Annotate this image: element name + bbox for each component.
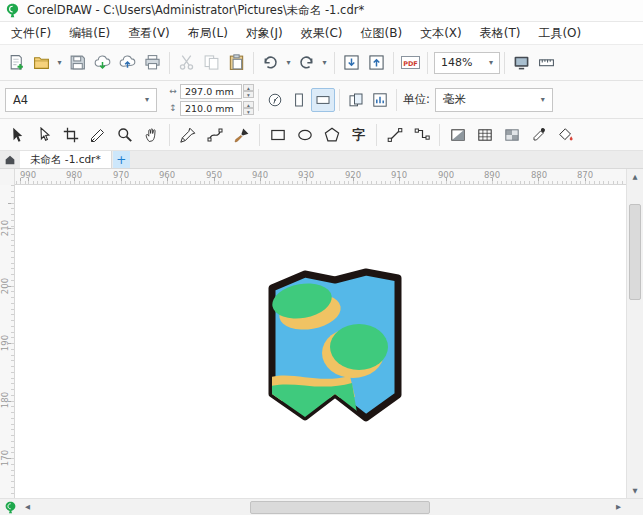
undo-dropdown-button[interactable] (283, 50, 294, 76)
knife-tool[interactable] (84, 122, 111, 148)
units-select[interactable]: 毫米 (435, 88, 553, 112)
interactive-fill-tool[interactable] (444, 122, 471, 148)
scroll-left-button[interactable] (20, 499, 35, 515)
pen-tool[interactable] (174, 122, 201, 148)
paste-button[interactable] (224, 50, 249, 76)
toolbar-separator (334, 52, 335, 74)
menu-file[interactable]: 文件(F) (2, 22, 60, 45)
page-size-value: A4 (13, 93, 28, 107)
color-eyedropper-tool[interactable] (525, 122, 552, 148)
pan-tool[interactable] (138, 122, 165, 148)
vertical-scrollbar[interactable] (626, 169, 643, 498)
cut-button[interactable] (174, 50, 199, 76)
line-icon (387, 127, 403, 143)
scroll-up-button[interactable] (627, 169, 643, 184)
menu-table[interactable]: 表格(T) (471, 22, 530, 45)
scroll-right-button[interactable] (611, 499, 626, 515)
menu-view[interactable]: 查看(V) (119, 22, 179, 45)
publish-to-pdf-button[interactable]: PDF (398, 50, 423, 76)
open-dropdown-button[interactable] (54, 50, 65, 76)
scroll-down-button[interactable] (627, 483, 643, 498)
pages-icon (348, 92, 364, 108)
document-navigator-icon[interactable] (0, 501, 20, 514)
current-page-button[interactable] (368, 88, 392, 112)
ellipse-icon (297, 127, 313, 143)
mesh-grid-icon (477, 127, 493, 143)
horizontal-scroll-thumb[interactable] (250, 501, 430, 514)
print-button[interactable] (140, 50, 165, 76)
horizontal-scrollbar[interactable] (20, 499, 626, 515)
open-from-cloud-button[interactable] (90, 50, 115, 76)
rectangle-tool[interactable] (264, 122, 291, 148)
ruler-number: 200 (0, 276, 12, 296)
pick-tool[interactable] (3, 122, 30, 148)
open-button[interactable] (29, 50, 54, 76)
toolbox-separator (376, 124, 377, 146)
mesh-fill-tool[interactable] (471, 122, 498, 148)
all-pages-button[interactable] (344, 88, 368, 112)
document-tab[interactable]: 未命名 -1.cdr* (20, 151, 112, 168)
toolbar-separator (253, 52, 254, 74)
connector-tool[interactable] (408, 122, 435, 148)
bezier-tool[interactable] (201, 122, 228, 148)
artistic-media-tool[interactable] (228, 122, 255, 148)
ruler-number: 960 (157, 170, 177, 180)
menu-tools[interactable]: 工具(O) (529, 22, 590, 45)
height-decrement-button[interactable] (243, 108, 254, 115)
zoom-level-value: 148% (441, 56, 472, 69)
landscape-page-icon (315, 92, 331, 108)
zoom-tool[interactable] (111, 122, 138, 148)
page-size-select[interactable]: A4 (5, 88, 157, 112)
shape-tool[interactable] (30, 122, 57, 148)
landscape-button[interactable] (311, 88, 335, 112)
import-button[interactable] (339, 50, 364, 76)
horizontal-ruler[interactable]: 990 980 970 960 950 940 930 920 910 900 … (0, 169, 626, 185)
undo-button[interactable] (258, 50, 283, 76)
redo-dropdown-button[interactable] (319, 50, 330, 76)
drawing-canvas[interactable] (15, 185, 626, 498)
page-options-button[interactable] (263, 88, 287, 112)
horizontal-scroll-track[interactable] (35, 499, 611, 515)
text-tool[interactable]: 字 (345, 122, 372, 148)
save-button[interactable] (65, 50, 90, 76)
ruler-minor-ticks (15, 181, 626, 184)
undo-icon (262, 54, 279, 71)
crop-tool[interactable] (57, 122, 84, 148)
page-height-input[interactable]: 210.0 mm (180, 101, 242, 116)
vertical-scroll-thumb[interactable] (629, 204, 641, 300)
polygon-tool[interactable] (318, 122, 345, 148)
map-drawing[interactable] (255, 257, 415, 432)
smart-fill-tool[interactable] (552, 122, 579, 148)
menu-layout[interactable]: 布局(L) (179, 22, 237, 45)
export-button[interactable] (364, 50, 389, 76)
redo-button[interactable] (294, 50, 319, 76)
copy-icon (203, 54, 220, 71)
width-increment-button[interactable] (243, 84, 254, 91)
document-tab-bar: 未命名 -1.cdr* + (0, 151, 643, 169)
fullscreen-preview-button[interactable] (509, 50, 534, 76)
transparency-tool[interactable] (498, 122, 525, 148)
height-increment-button[interactable] (243, 101, 254, 108)
width-decrement-button[interactable] (243, 91, 254, 98)
toolbar-separator (504, 52, 505, 74)
freehand-line-tool[interactable] (381, 122, 408, 148)
zoom-level-select[interactable]: 148% (434, 52, 500, 74)
vertical-scroll-track[interactable] (627, 184, 643, 483)
ruler-corner (0, 169, 15, 185)
page-width-input[interactable]: 297.0 mm (180, 84, 242, 99)
save-to-cloud-button[interactable] (115, 50, 140, 76)
menu-edit[interactable]: 编辑(E) (60, 22, 119, 45)
toolbar-separator (169, 52, 170, 74)
document-home-icon[interactable] (0, 151, 20, 168)
portrait-button[interactable] (287, 88, 311, 112)
menu-text[interactable]: 文本(X) (411, 22, 471, 45)
new-tab-button[interactable]: + (113, 151, 130, 168)
menu-bitmaps[interactable]: 位图(B) (352, 22, 412, 45)
menu-effects[interactable]: 效果(C) (292, 22, 352, 45)
new-document-button[interactable] (4, 50, 29, 76)
menu-object[interactable]: 对象(J) (237, 22, 292, 45)
copy-button[interactable] (199, 50, 224, 76)
ellipse-tool[interactable] (291, 122, 318, 148)
show-rulers-button[interactable] (534, 50, 559, 76)
vertical-ruler[interactable]: 210 200 190 180 170 (0, 185, 15, 498)
